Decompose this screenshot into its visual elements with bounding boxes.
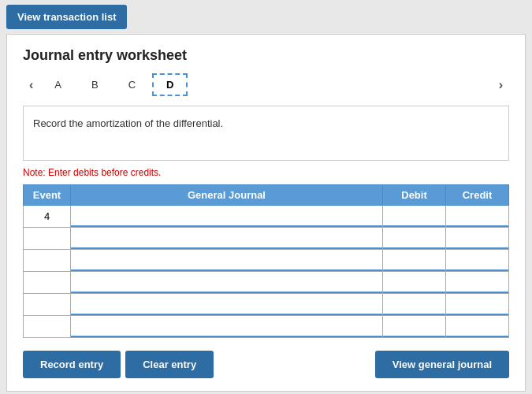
table-row: [24, 294, 509, 316]
event-cell-5: [24, 294, 71, 316]
event-cell-3: [24, 250, 71, 272]
debit-input-3[interactable]: [383, 250, 445, 271]
table-row: 4: [24, 206, 509, 228]
journal-table: Event General Journal Debit Credit 4: [23, 184, 509, 338]
tab-c[interactable]: C: [115, 74, 149, 95]
event-cell-1: 4: [24, 206, 71, 228]
debit-cell-5[interactable]: [383, 294, 446, 316]
main-content: Journal entry worksheet ‹ A B C D › Reco…: [6, 34, 526, 392]
general-input-2[interactable]: [71, 228, 382, 249]
credit-input-4[interactable]: [446, 272, 508, 293]
instruction-box: Record the amortization of the different…: [23, 106, 509, 161]
top-bar: View transaction list: [0, 0, 532, 34]
event-cell-2: [24, 228, 71, 250]
tabs-row: ‹ A B C D ›: [23, 73, 509, 96]
col-header-general: General Journal: [71, 185, 383, 206]
event-cell-4: [24, 272, 71, 294]
credit-input-2[interactable]: [446, 228, 508, 249]
general-input-6[interactable]: [71, 316, 382, 337]
debit-input-2[interactable]: [383, 228, 445, 249]
credit-input-3[interactable]: [446, 250, 508, 271]
nav-right-arrow[interactable]: ›: [493, 75, 509, 95]
record-entry-button[interactable]: Record entry: [23, 351, 121, 378]
clear-entry-button[interactable]: Clear entry: [125, 351, 214, 378]
instruction-text: Record the amortization of the different…: [33, 117, 223, 129]
debit-cell-6[interactable]: [383, 316, 446, 338]
debit-cell-3[interactable]: [383, 250, 446, 272]
credit-input-6[interactable]: [446, 316, 508, 337]
general-input-1[interactable]: [71, 206, 382, 227]
debit-cell-1[interactable]: [383, 206, 446, 228]
general-cell-6[interactable]: [71, 316, 383, 338]
table-row: [24, 228, 509, 250]
debit-input-4[interactable]: [383, 272, 445, 293]
credit-cell-2[interactable]: [446, 228, 509, 250]
bottom-buttons: Record entry Clear entry View general jo…: [23, 351, 509, 378]
general-input-3[interactable]: [71, 250, 382, 271]
table-row: [24, 250, 509, 272]
tab-d[interactable]: D: [152, 73, 188, 96]
credit-cell-5[interactable]: [446, 294, 509, 316]
tab-a[interactable]: A: [41, 74, 75, 95]
general-input-5[interactable]: [71, 294, 382, 315]
debit-cell-4[interactable]: [383, 272, 446, 294]
col-header-event: Event: [24, 185, 71, 206]
table-row: [24, 316, 509, 338]
general-cell-5[interactable]: [71, 294, 383, 316]
table-row: [24, 272, 509, 294]
credit-cell-3[interactable]: [446, 250, 509, 272]
view-general-journal-button[interactable]: View general journal: [375, 351, 509, 378]
general-input-4[interactable]: [71, 272, 382, 293]
note-text: Note: Enter debits before credits.: [23, 167, 509, 178]
credit-input-1[interactable]: [446, 206, 508, 227]
general-cell-1[interactable]: [71, 206, 383, 228]
credit-cell-6[interactable]: [446, 316, 509, 338]
general-cell-3[interactable]: [71, 250, 383, 272]
col-header-debit: Debit: [383, 185, 446, 206]
credit-cell-4[interactable]: [446, 272, 509, 294]
nav-left-arrow[interactable]: ‹: [23, 75, 39, 95]
worksheet-title: Journal entry worksheet: [23, 47, 509, 64]
credit-input-5[interactable]: [446, 294, 508, 315]
general-cell-4[interactable]: [71, 272, 383, 294]
tab-b[interactable]: B: [78, 74, 112, 95]
col-header-credit: Credit: [446, 185, 509, 206]
debit-input-6[interactable]: [383, 316, 445, 337]
general-cell-2[interactable]: [71, 228, 383, 250]
debit-input-5[interactable]: [383, 294, 445, 315]
debit-input-1[interactable]: [383, 206, 445, 227]
view-transaction-button[interactable]: View transaction list: [6, 5, 127, 29]
debit-cell-2[interactable]: [383, 228, 446, 250]
credit-cell-1[interactable]: [446, 206, 509, 228]
event-cell-6: [24, 316, 71, 338]
